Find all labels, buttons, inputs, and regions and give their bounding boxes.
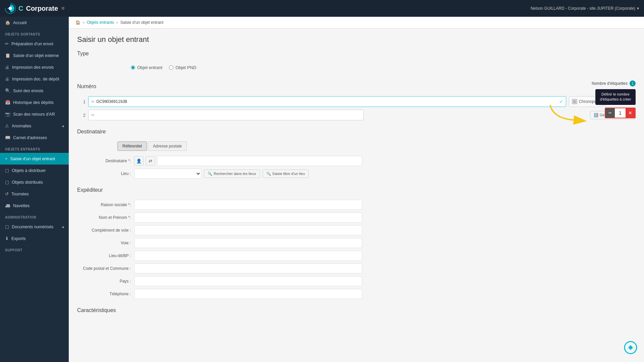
sidebar-item-suivi[interactable]: 🔍 Suivi des envois	[0, 85, 69, 97]
download-icon: ⬇	[5, 236, 9, 241]
radio-entrant-label: Objet entrant	[137, 65, 162, 70]
saisie-libre-btn[interactable]: 🔍 Saisie libre d'un lieu	[263, 170, 309, 178]
sidebar-item-saisie-externe[interactable]: 📋 Saisie d'un objet externe	[0, 50, 69, 61]
sidebar-item-saisie-entrant[interactable]: + Saisie d'un objet entrant	[0, 153, 69, 165]
sidebar-item-documents[interactable]: ▢ Documents numérisés ◂	[0, 221, 69, 233]
box2-icon: ▢	[5, 180, 9, 185]
breadcrumb-home-icon[interactable]: 🏠	[75, 20, 80, 25]
sidebar: 🏠 Accueil OBJETS SORTANTS ✏ Préparation …	[0, 17, 69, 362]
sidebar-item-historique[interactable]: 📅 Historique des dépôts	[0, 97, 69, 108]
sidebar-label: Préparation d'un envoi	[11, 42, 53, 46]
nom-prenom-row: Nom et Prénom *:	[77, 213, 636, 223]
menu-icon[interactable]: ≡	[61, 5, 64, 11]
lieu-select[interactable]	[134, 169, 201, 179]
numero-index-1: 1	[77, 99, 86, 104]
sidebar-label: Saisie d'un objet entrant	[10, 157, 55, 161]
sidebar-label: Exports	[11, 236, 25, 241]
sidebar-item-impression-depot[interactable]: 🖨 Impression doc. de dépôt	[0, 73, 69, 85]
nom-prenom-input[interactable]	[134, 213, 362, 223]
tab-referentiel[interactable]: Référentiel	[117, 141, 147, 151]
sidebar-item-impression-envois[interactable]: 🖨 Impression des envois	[0, 61, 69, 73]
main-content: 🏠 » Objets entrants » Saisie d'un objet …	[69, 17, 644, 362]
numero-field-2[interactable]	[96, 113, 361, 117]
sidebar-item-exports[interactable]: ⬇ Exports	[0, 233, 69, 244]
plus-icon: +	[5, 156, 8, 161]
section-label-support: SUPPORT	[0, 244, 69, 254]
lieu-dit-input[interactable]	[134, 251, 362, 261]
box-icon: ▢	[5, 168, 9, 173]
sidebar-label: Impression des envois	[12, 65, 54, 70]
label-count-badge: 1	[630, 80, 636, 86]
pencil-icon: ✏	[5, 41, 9, 46]
pays-input[interactable]	[134, 276, 362, 286]
type-section-title: Type	[77, 51, 636, 58]
radio-entrant-input[interactable]	[131, 65, 135, 70]
sidebar-item-anomalies[interactable]: ⚠ Anomalies ◂	[0, 120, 69, 132]
sidebar-label: Anomalies	[12, 124, 31, 128]
raison-sociale-input[interactable]	[134, 200, 362, 210]
raison-sociale-label: Raison sociale *:	[77, 202, 131, 207]
radio-objet-entrant[interactable]: Objet entrant	[131, 65, 162, 70]
saisie-libre-icon: 🔍	[266, 172, 271, 176]
telephone-input[interactable]	[134, 289, 362, 299]
sidebar-label: Saisie d'un objet externe	[13, 53, 59, 58]
user-info[interactable]: Nelson GUILLARD - Corporate - site JUPIT…	[531, 6, 639, 11]
brand: CCorporate	[5, 3, 58, 14]
book-icon: 📖	[5, 135, 10, 140]
sidebar-item-preparation[interactable]: ✏ Préparation d'un envoi	[0, 38, 69, 50]
dest-tabs: Référentiel Adresse postale	[77, 141, 636, 151]
type-row: Objet entrant Objet PND	[77, 63, 636, 75]
pays-row: Pays :	[77, 276, 636, 286]
sidebar-item-navettes[interactable]: 🚐 Navettes	[0, 200, 69, 212]
rechercher-lieux-btn[interactable]: 🔍 Rechercher dans les lieux	[204, 170, 260, 178]
route-icon: ↺	[5, 191, 9, 196]
complement-input[interactable]	[134, 225, 362, 235]
doc-arrow: ◂	[62, 225, 64, 229]
sidebar-label: Documents numérisés	[12, 225, 53, 229]
calendar-icon: 📅	[5, 100, 10, 105]
sidebar-item-accueil[interactable]: 🏠 Accueil	[0, 17, 69, 28]
doc-icon: ▢	[5, 224, 9, 229]
stepper-close-button[interactable]: ✕	[626, 108, 635, 118]
destinataire-section: Destinataire Référentiel Adresse postale…	[77, 129, 636, 179]
breadcrumb-objets-entrants[interactable]: Objets entrants	[87, 20, 114, 25]
page-title: Saisir un objet entrant	[77, 35, 636, 44]
code-postal-input[interactable]	[134, 263, 362, 274]
tab-adresse-postale[interactable]: Adresse postale	[148, 141, 187, 151]
swap-icon-btn[interactable]: ⇄	[146, 156, 155, 166]
destinataire-input-group: 👤 ⇄	[134, 156, 362, 166]
numero-input-1[interactable]: ✉ ✓	[88, 96, 566, 107]
nom-prenom-label: Nom et Prénom *:	[77, 215, 131, 220]
svg-point-1	[9, 7, 12, 10]
destinataire-input[interactable]	[157, 156, 362, 166]
required-star: *	[128, 159, 130, 163]
edit-icon: 📋	[5, 53, 10, 58]
sidebar-item-scan[interactable]: 📷 Scan des retours d'AR	[0, 108, 69, 120]
saisie-libre-label: Saisie libre d'un lieu	[272, 172, 305, 176]
radio-objet-pnd[interactable]: Objet PND	[169, 65, 196, 70]
stepper-value: 1	[615, 109, 626, 117]
voie-row: Voie :	[77, 238, 636, 248]
lieu-dit-row: Lieu-dit/BP :	[77, 251, 636, 261]
complement-row: Complément de voie :	[77, 225, 636, 235]
content-area: Saisir un objet entrant Type Objet entra…	[69, 28, 644, 330]
envelope-icon: ✉	[91, 100, 94, 104]
person-icon-btn[interactable]: 👤	[134, 156, 144, 166]
sidebar-item-distribuer[interactable]: ▢ Objets à distribuer	[0, 165, 69, 176]
numero-field-1[interactable]	[96, 99, 557, 104]
sidebar-label: Historique des dépôts	[13, 100, 54, 105]
sidebar-item-distribues[interactable]: ▢ Objets distribués	[0, 176, 69, 188]
check-icon-1: ✓	[559, 99, 563, 104]
expediteur-section: Expéditeur Raison sociale *: Nom et Prén…	[77, 187, 636, 299]
expediteur-section-title: Expéditeur	[77, 187, 636, 195]
navbar: CCorporate ≡ Nelson GUILLARD - Corporate…	[0, 0, 644, 17]
numero-input-2[interactable]: ✉	[88, 110, 364, 120]
sidebar-item-tournees[interactable]: ↺ Tournées	[0, 188, 69, 200]
radio-pnd-input[interactable]	[169, 65, 173, 70]
sidebar-label: Scan des retours d'AR	[13, 112, 55, 117]
sidebar-item-carnet[interactable]: 📖 Carnet d'adresses	[0, 132, 69, 143]
voie-input[interactable]	[134, 238, 362, 248]
lieu-input-group: 🔍 Rechercher dans les lieux 🔍 Saisie lib…	[134, 169, 309, 179]
stepper-icon-button[interactable]: ✂	[605, 108, 615, 118]
telephone-label: Téléphone :	[77, 292, 131, 296]
